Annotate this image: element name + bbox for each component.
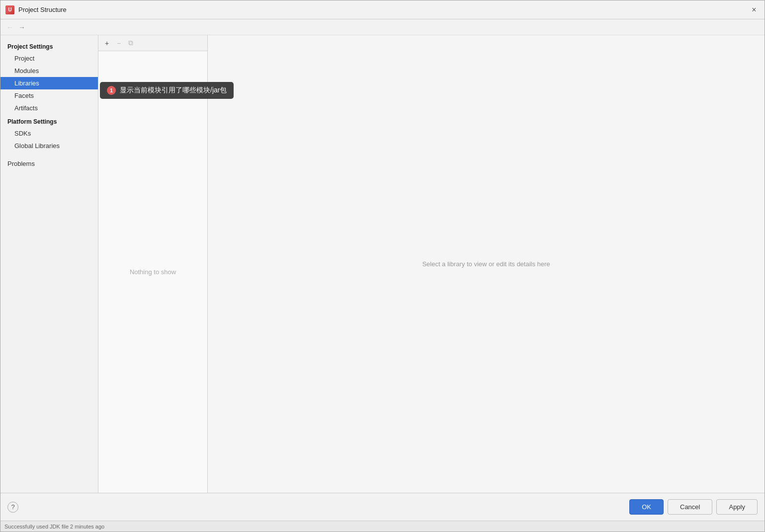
apply-button[interactable]: Apply [716, 499, 758, 515]
sidebar-item-project[interactable]: Project [0, 52, 98, 65]
split-content: + − ⧉ Nothing to show Select a library t… [98, 35, 765, 493]
status-bar: Successfully used JDK file 2 minutes ago [0, 521, 765, 532]
help-button[interactable]: ? [7, 502, 18, 513]
sidebar-item-sdks[interactable]: SDKs [0, 127, 98, 140]
platform-settings-label: Platform Settings [0, 114, 98, 127]
copy-library-button[interactable]: ⧉ [125, 38, 136, 49]
sidebar-item-artifacts[interactable]: Artifacts [0, 102, 98, 114]
empty-text: Nothing to show [130, 268, 176, 276]
bottom-right: OK Cancel Apply [629, 499, 758, 515]
detail-hint-text: Select a library to view or edit its det… [422, 260, 550, 268]
sidebar-item-global-libraries[interactable]: Global Libraries [0, 140, 98, 152]
list-panel: + − ⧉ Nothing to show [98, 35, 208, 493]
app-icon: U [5, 5, 14, 14]
forward-button[interactable]: → [16, 22, 27, 33]
main-content: Project Settings Project Modules Librari… [0, 35, 765, 493]
bottom-left: ? [7, 502, 18, 513]
sidebar-item-facets[interactable]: Facets [0, 89, 98, 102]
close-button[interactable]: × [749, 4, 760, 15]
status-text: Successfully used JDK file 2 minutes ago [4, 524, 104, 530]
sidebar-item-modules[interactable]: Modules [0, 65, 98, 77]
add-library-button[interactable]: + [101, 38, 112, 49]
project-settings-label: Project Settings [0, 39, 98, 52]
detail-panel: Select a library to view or edit its det… [208, 35, 765, 493]
dialog-title: Project Structure [18, 6, 749, 13]
sidebar: Project Settings Project Modules Librari… [0, 35, 98, 493]
title-bar: U Project Structure × [0, 0, 765, 19]
sidebar-item-libraries[interactable]: Libraries [0, 77, 98, 89]
remove-library-button[interactable]: − [113, 38, 124, 49]
cancel-button[interactable]: Cancel [668, 499, 712, 515]
tooltip-badge: 1 [107, 86, 116, 95]
tooltip: 1 显示当前模块引用了哪些模块/jar包 [100, 82, 234, 99]
bottom-bar: ? OK Cancel Apply [0, 493, 765, 521]
nav-row: ← → [0, 19, 765, 35]
back-button[interactable]: ← [4, 22, 15, 33]
sidebar-item-problems[interactable]: Problems [0, 156, 98, 170]
library-list-body: Nothing to show [98, 51, 207, 493]
list-toolbar: + − ⧉ [98, 35, 207, 51]
ok-button[interactable]: OK [629, 499, 664, 515]
project-structure-dialog: U Project Structure × ← → Project Settin… [0, 0, 765, 532]
tooltip-text: 显示当前模块引用了哪些模块/jar包 [120, 86, 227, 95]
